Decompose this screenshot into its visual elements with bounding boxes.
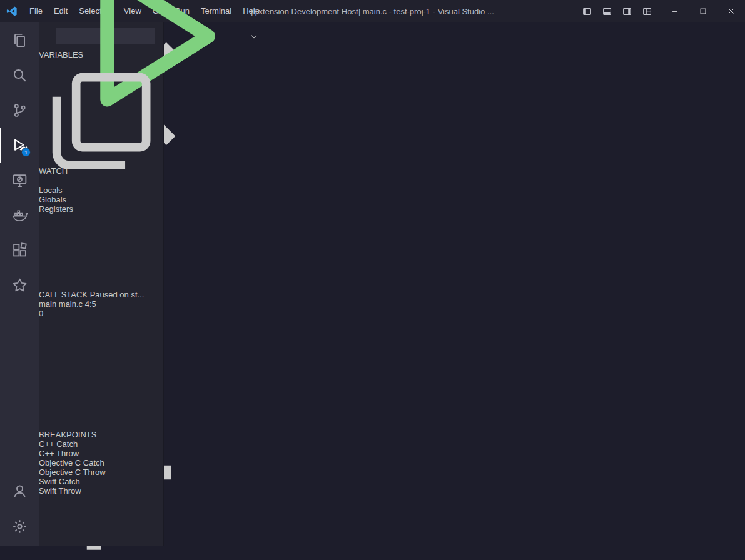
source-control-icon (12, 102, 28, 118)
docker-icon (12, 208, 28, 223)
watch-header[interactable]: WATCH (39, 166, 163, 176)
settings-gear-icon (12, 519, 28, 534)
files-icon (12, 32, 28, 48)
breakpoint-objective-c-catch[interactable]: Objective C Catch (39, 458, 163, 468)
menu-file[interactable]: File (24, 0, 48, 22)
window-title: [Extension Development Host] main.c - te… (251, 7, 494, 16)
activity-settings[interactable] (0, 509, 39, 544)
search-icon (12, 68, 28, 83)
breakpoint-c-catch[interactable]: C++ Catch (39, 439, 163, 449)
toggle-panel-button[interactable] (597, 2, 617, 20)
frame-name: main (39, 299, 56, 309)
sidebar-toolbar: No Configurat (39, 22, 163, 50)
close-icon (727, 7, 736, 16)
layout-controls (577, 2, 657, 20)
close-window-button[interactable] (717, 0, 745, 22)
callstack-section: CALL STACK Paused on st... main main.c 4… (39, 290, 163, 430)
callstack-badge: 0 (39, 309, 163, 318)
breakpoint-label: Objective C Catch (39, 458, 104, 468)
breakpoints-list: C++ CatchC++ ThrowObjective C CatchObjec… (39, 439, 163, 496)
toggle-secondary-sidebar-button[interactable] (617, 2, 637, 20)
breakpoint-label: Swift Throw (39, 486, 81, 496)
layout-sidebar-right-icon (622, 7, 632, 16)
collapse-all-icon[interactable] (39, 59, 163, 184)
toggle-sidebar-button[interactable] (577, 2, 597, 20)
titlebar-right (577, 0, 745, 22)
breakpoints-header[interactable]: BREAKPOINTS (39, 430, 163, 439)
layout-panel-icon (602, 7, 612, 16)
activity-run-debug[interactable]: 1 (0, 128, 39, 162)
star-icon (12, 278, 28, 293)
callstack-title: CALL STACK (39, 290, 88, 299)
activity-docker[interactable] (0, 198, 39, 232)
watch-title: WATCH (39, 166, 68, 176)
breakpoint-label: C++ Catch (39, 439, 78, 449)
minimize-icon (671, 7, 679, 16)
customize-layout-button[interactable] (637, 2, 657, 20)
frame-file: main.c (59, 299, 83, 309)
breakpoint-swift-throw[interactable]: Swift Throw (39, 486, 163, 496)
layout-customize-icon (642, 7, 652, 16)
extensions-icon (12, 242, 28, 258)
activity-wamr-ide[interactable] (0, 268, 39, 302)
maximize-button[interactable] (689, 0, 717, 22)
activity-source-control[interactable] (0, 92, 39, 128)
vscode-logo-icon (6, 6, 18, 17)
breakpoint-swift-catch[interactable]: Swift Catch (39, 477, 163, 486)
frame-position: 4:5 (85, 299, 96, 309)
breakpoint-c-throw[interactable]: C++ Throw (39, 449, 163, 458)
vscode-logo (0, 0, 24, 22)
breakpoint-label: C++ Throw (39, 449, 79, 458)
layout-sidebar-icon (582, 7, 592, 16)
activity-badge: 1 (21, 148, 31, 157)
callstack-status: Paused on st... (90, 290, 144, 299)
breakpoint-label: Swift Catch (39, 477, 80, 486)
variables-section: VARIABLES LocalsGlobalsRegisters (39, 50, 163, 166)
variables-header[interactable]: VARIABLES (39, 50, 163, 186)
maximize-icon (699, 7, 707, 16)
chevron-down-icon (251, 33, 257, 39)
vscode-window: FileEditSelectionViewGoRunTerminalHelp [… (0, 0, 745, 560)
breakpoint-objective-c-throw[interactable]: Objective C Throw (39, 468, 163, 477)
activity-bar: 1 (0, 22, 39, 546)
watch-section: WATCH (39, 166, 163, 290)
debug-config-dropdown[interactable]: No Configurat (56, 28, 155, 44)
remote-explorer-icon (12, 172, 28, 188)
activity-remote-explorer[interactable] (0, 162, 39, 198)
breakpoints-section: BREAKPOINTS C++ CatchC++ ThrowObjective … (39, 430, 163, 546)
activity-explorer[interactable] (0, 22, 39, 58)
activity-search[interactable] (0, 58, 39, 92)
activity-account[interactable] (0, 474, 39, 509)
debug-sidebar: No Configurat VARIABLES LocalsGlobalsReg… (39, 22, 164, 546)
minimize-button[interactable] (661, 0, 689, 22)
activity-extensions[interactable] (0, 232, 39, 268)
account-icon (12, 484, 28, 499)
callstack-header[interactable]: CALL STACK Paused on st... (39, 290, 163, 299)
variables-title: VARIABLES (39, 50, 83, 59)
breakpoints-title: BREAKPOINTS (39, 430, 96, 439)
breakpoint-label: Objective C Throw (39, 468, 106, 477)
window-controls (661, 0, 745, 22)
callstack-frame-main[interactable]: main main.c 4:5 (39, 299, 163, 309)
activity-items: 1 (0, 22, 39, 302)
activity-bottom (0, 474, 39, 544)
